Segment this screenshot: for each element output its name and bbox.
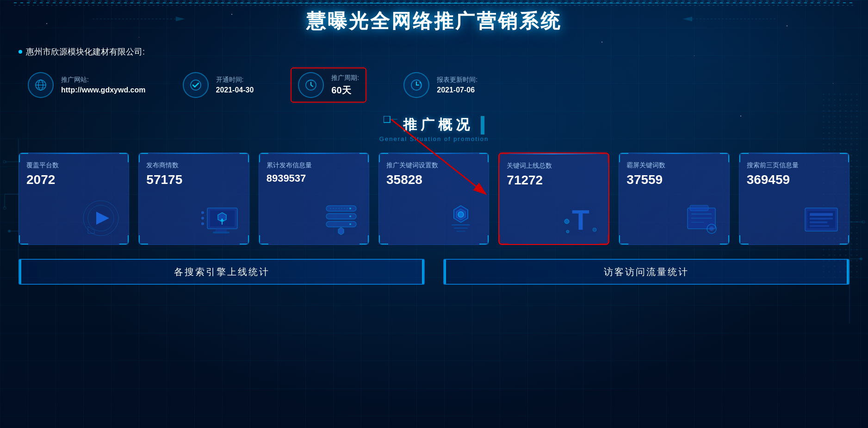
svg-marker-16 xyxy=(176,17,185,21)
stat-value-top3: 369459 xyxy=(747,172,842,187)
title-left-deco xyxy=(93,12,185,28)
info-text-website: 推广网站: http://www.gdxywd.com xyxy=(61,76,146,94)
promo-period-label: 推广周期: xyxy=(331,74,359,82)
svg-rect-38 xyxy=(213,232,229,233)
section-title-left-deco xyxy=(384,116,397,135)
keyword-settings-icon xyxy=(438,199,484,240)
promo-period-icon xyxy=(298,72,324,98)
company-name: 惠州市欣源模块化建材有限公司: xyxy=(26,46,145,57)
svg-rect-57 xyxy=(454,227,468,229)
keyword-online-icon: T xyxy=(558,198,604,239)
info-card-website: 推广网站: http://www.gdxywd.com xyxy=(28,72,146,98)
report-update-icon xyxy=(403,72,429,98)
info-card-promo-period: 推广周期: 60天 xyxy=(291,67,366,103)
bottom-row: 各搜索引擎上线统计 访客访问流量统计 xyxy=(0,251,868,292)
header-dot-line xyxy=(28,1,840,1)
stat-value-dominant: 37559 xyxy=(626,172,721,187)
report-update-label: 报表更新时间: xyxy=(437,76,477,84)
stat-card-merchant-count: 发布商情数 57175 xyxy=(138,153,249,245)
visitor-stats-button[interactable]: 访客访问流量统计 xyxy=(443,259,849,285)
svg-rect-75 xyxy=(810,225,829,227)
svg-marker-52 xyxy=(338,227,344,235)
stat-card-total-info: 累计发布信息量 8939537 xyxy=(259,153,369,245)
open-date-value: 2021-04-30 xyxy=(216,86,254,94)
svg-point-24 xyxy=(191,80,201,90)
info-text-promo-period: 推广周期: 60天 xyxy=(331,74,359,97)
dominant-icon xyxy=(678,199,725,240)
svg-rect-74 xyxy=(810,221,827,223)
section-title: 推广概况 xyxy=(403,116,473,135)
header-line-1 xyxy=(0,3,868,4)
stat-value-platform: 2072 xyxy=(26,172,121,187)
svg-rect-73 xyxy=(810,218,833,220)
svg-point-61 xyxy=(593,228,596,232)
section-subtitle: General Situation of promotion xyxy=(379,135,489,142)
stat-card-keyword-settings: 推广关键词设置数 35828 xyxy=(378,153,489,245)
stat-name-merchant: 发布商情数 xyxy=(146,161,241,170)
svg-point-42 xyxy=(201,211,204,214)
info-text-open-date: 开通时间: 2021-04-30 xyxy=(216,76,254,94)
svg-text:T: T xyxy=(572,204,589,236)
merchant-icon xyxy=(198,199,244,240)
stat-card-dominant-keywords: 霸屏关键词数 37559 xyxy=(619,153,729,245)
svg-point-55 xyxy=(458,212,464,217)
platform-icon xyxy=(78,199,124,240)
open-date-label: 开通时间: xyxy=(216,76,254,84)
stat-card-keyword-online: 关键词上线总数 71272 T xyxy=(498,153,609,245)
stat-card-top3-info: 搜索前三页信息量 369459 xyxy=(739,153,849,245)
svg-point-62 xyxy=(566,230,569,233)
stat-value-total-info: 8939537 xyxy=(267,172,361,184)
svg-rect-48 xyxy=(326,221,356,227)
search-engine-stats-button[interactable]: 各搜索引擎上线统计 xyxy=(19,259,425,285)
stat-name-keyword-settings: 推广关键词设置数 xyxy=(386,161,481,170)
svg-marker-17 xyxy=(683,17,692,21)
svg-marker-34 xyxy=(88,226,94,233)
svg-rect-28 xyxy=(384,116,390,122)
svg-point-51 xyxy=(349,223,351,225)
stat-value-merchant: 57175 xyxy=(146,172,241,187)
info-row: 推广网站: http://www.gdxywd.com 开通时间: 2021-0… xyxy=(0,64,868,106)
svg-point-44 xyxy=(201,222,204,225)
stats-row: 覆盖平台数 2072 发布商情数 57175 xyxy=(0,148,868,250)
website-label: 推广网站: xyxy=(61,76,146,84)
svg-rect-72 xyxy=(810,213,833,216)
svg-point-49 xyxy=(349,208,351,209)
svg-marker-33 xyxy=(96,212,109,225)
svg-rect-30 xyxy=(481,116,484,135)
company-bar: 惠州市欣源模块化建材有限公司: xyxy=(0,40,868,64)
open-date-icon xyxy=(183,72,209,98)
svg-point-50 xyxy=(349,215,351,217)
website-icon xyxy=(28,72,54,98)
svg-rect-47 xyxy=(326,214,356,219)
stat-value-keyword-online: 71272 xyxy=(507,173,601,188)
svg-point-60 xyxy=(564,219,569,224)
svg-rect-56 xyxy=(452,224,470,226)
stat-card-platform-count: 覆盖平台数 2072 xyxy=(19,153,129,245)
stat-name-keyword-online: 关键词上线总数 xyxy=(507,162,601,170)
company-dot xyxy=(19,50,22,54)
top3-icon xyxy=(798,199,844,240)
svg-rect-37 xyxy=(216,229,227,232)
promo-period-value: 60天 xyxy=(331,84,359,97)
header: 慧曝光全网络推广营销系统 xyxy=(0,0,868,40)
title-right-deco xyxy=(683,12,775,28)
svg-point-69 xyxy=(709,226,714,231)
stat-name-total-info: 累计发布信息量 xyxy=(267,161,361,170)
stat-name-platform: 覆盖平台数 xyxy=(26,161,121,170)
stat-value-keyword-settings: 35828 xyxy=(386,172,481,187)
info-text-report-update: 报表更新时间: 2021-07-06 xyxy=(437,76,477,94)
section-title-right-deco xyxy=(479,116,484,135)
report-update-value: 2021-07-06 xyxy=(437,86,477,94)
section-title-wrap: 推广概况 General Situation of promotion xyxy=(0,116,868,142)
section-title-row: 推广概况 xyxy=(384,116,484,135)
stat-name-top3: 搜索前三页信息量 xyxy=(747,161,842,170)
svg-point-43 xyxy=(201,217,204,220)
website-value: http://www.gdxywd.com xyxy=(61,86,146,94)
main-content: 慧曝光全网络推广营销系统 惠州市欣源模块化建材有限公司: xyxy=(0,0,868,292)
info-card-open-date: 开通时间: 2021-04-30 xyxy=(183,72,254,98)
stat-name-dominant: 霸屏关键词数 xyxy=(626,161,721,170)
svg-rect-64 xyxy=(690,205,708,211)
info-card-report-update: 报表更新时间: 2021-07-06 xyxy=(403,72,477,98)
svg-rect-58 xyxy=(456,231,465,232)
total-info-icon xyxy=(318,199,364,240)
